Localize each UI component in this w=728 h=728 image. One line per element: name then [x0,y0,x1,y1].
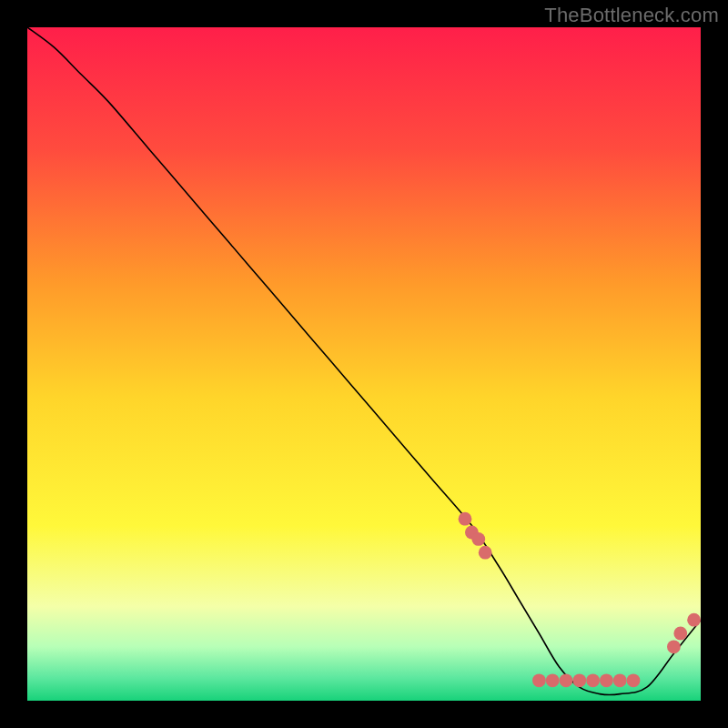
marker-dot [586,673,600,687]
marker-dot [546,673,560,687]
marker-dot [613,673,627,687]
marker-dot [479,546,492,560]
marker-dot [560,673,573,687]
plot-area [27,27,701,701]
marker-dot [532,673,546,687]
chart-stage: TheBottleneck.com [0,0,728,728]
marker-dot [673,627,687,641]
marker-dot [667,640,681,653]
marker-dot [471,532,485,546]
markers-layer [27,27,701,701]
marker-dot [459,512,472,526]
marker-dot [600,673,613,687]
watermark-text: TheBottleneck.com [544,4,719,27]
marker-dot [687,613,701,627]
marker-dot [572,673,586,687]
marker-dot [627,673,641,687]
